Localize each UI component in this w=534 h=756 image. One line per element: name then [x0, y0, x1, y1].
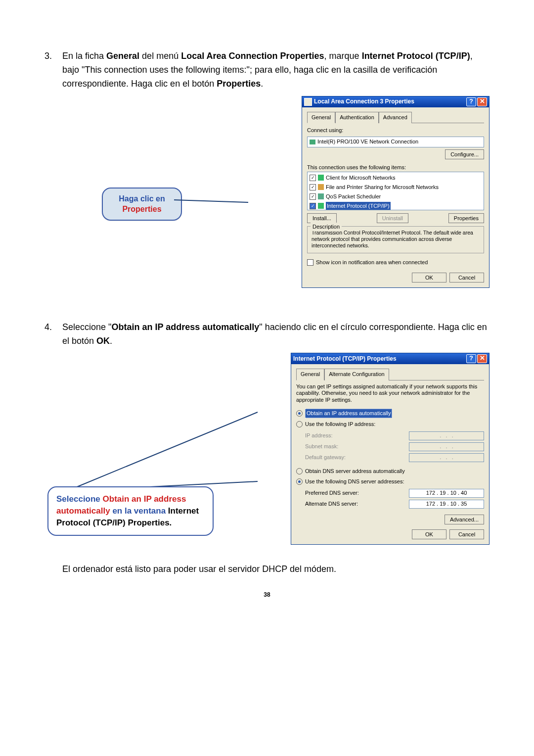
- closing-text: El ordenador está listo para poder usar …: [44, 563, 490, 576]
- window-icon: [304, 98, 312, 106]
- dialog-tcpip-properties: Internet Protocol (TCP/IP) Properties ? …: [291, 353, 490, 544]
- figure-2: Seleccione Obtain an IP address automati…: [62, 353, 490, 551]
- ip-address-field: . . .: [409, 431, 484, 440]
- checkbox-icon[interactable]: [310, 184, 316, 190]
- help-button[interactable]: ?: [466, 354, 476, 363]
- adapter-field: Intel(R) PRO/100 VE Network Connection: [307, 137, 484, 147]
- ok-button[interactable]: OK: [412, 273, 446, 283]
- tab-alt-config[interactable]: Alternate Configuration: [324, 369, 389, 380]
- tcpip-icon: [318, 203, 324, 209]
- radio-obtain-dns[interactable]: Obtain DNS server address automatically: [296, 466, 484, 476]
- tab-general[interactable]: General: [296, 369, 324, 380]
- radio-icon[interactable]: [296, 478, 303, 485]
- cancel-button[interactable]: Cancel: [449, 529, 484, 539]
- checkbox-icon[interactable]: [310, 193, 316, 200]
- callout-line2: Properties: [122, 205, 161, 213]
- dialog1-title: Local Area Connection 3 Properties: [314, 97, 414, 106]
- tab-advanced[interactable]: Advanced: [379, 112, 412, 123]
- configure-button[interactable]: Configure...: [445, 149, 484, 159]
- list-item[interactable]: Client for Microsoft Networks: [309, 173, 483, 183]
- description-group: Description Transmission Control Protoco…: [307, 226, 484, 253]
- network-adapter-icon: [310, 140, 315, 144]
- alt-dns-field[interactable]: 172 . 19 . 10 . 35: [409, 500, 484, 509]
- label-ip-address: IP address:: [305, 431, 332, 440]
- dialog2-tabs: General Alternate Configuration: [296, 368, 484, 380]
- dialog1-titlebar[interactable]: Local Area Connection 3 Properties ? ✕: [302, 96, 489, 107]
- radio-use-ip[interactable]: Use the following IP address:: [296, 419, 484, 429]
- radio-use-dns[interactable]: Use the following DNS server addresses:: [296, 476, 484, 487]
- connector-line-1: [174, 192, 250, 207]
- label-subnet: Subnet mask:: [305, 442, 338, 451]
- checkbox-icon[interactable]: [310, 175, 316, 181]
- show-icon-checkbox[interactable]: [307, 259, 313, 266]
- step-3-number: 3.: [44, 49, 52, 63]
- list-item[interactable]: File and Printer Sharing for Microsoft N…: [309, 183, 483, 192]
- dialog-lac-properties: Local Area Connection 3 Properties ? ✕ G…: [302, 96, 490, 288]
- step-4-number: 4.: [44, 321, 52, 334]
- svg-line-0: [174, 200, 248, 202]
- help-button[interactable]: ?: [466, 97, 476, 106]
- label-pref-dns: Preferred DNS server:: [305, 489, 359, 497]
- label-uses-items: This connection uses the following items…: [307, 163, 484, 172]
- uninstall-button: Uninstall: [377, 213, 408, 223]
- step-3: 3. En la ficha General del menú Local Ar…: [44, 49, 490, 309]
- svg-line-1: [72, 412, 258, 489]
- figure-1: Haga clic en Properties Local Area Conne…: [62, 96, 490, 309]
- pref-dns-field[interactable]: 172 . 19 . 10 . 40: [409, 489, 484, 498]
- qos-icon: [318, 193, 324, 199]
- intro-text: You can get IP settings assigned automat…: [296, 383, 484, 404]
- description-legend: Description: [311, 223, 342, 231]
- checkbox-icon[interactable]: [310, 203, 316, 209]
- description-text: Transmission Control Protocol/Internet P…: [312, 230, 480, 249]
- install-button[interactable]: Install...: [307, 213, 337, 223]
- ok-button[interactable]: OK: [412, 529, 446, 539]
- gateway-field: . . .: [409, 453, 484, 462]
- radio-icon[interactable]: [296, 410, 303, 417]
- callout-properties: Haga clic en Properties: [102, 188, 182, 221]
- close-button[interactable]: ✕: [477, 97, 487, 106]
- cancel-button[interactable]: Cancel: [449, 273, 484, 283]
- radio-obtain-ip[interactable]: Obtain an IP address automatically: [296, 408, 484, 419]
- connector-line-2: [47, 363, 260, 491]
- advanced-button[interactable]: Advanced...: [445, 515, 484, 524]
- tab-general[interactable]: General: [307, 112, 335, 123]
- label-alt-dns: Alternate DNS server:: [305, 500, 358, 508]
- file-share-icon: [318, 184, 324, 190]
- step-3-text: En la ficha General del menú Local Area …: [62, 51, 473, 89]
- adapter-name: Intel(R) PRO/100 VE Network Connection: [317, 138, 418, 146]
- client-icon: [318, 175, 324, 181]
- items-listbox[interactable]: Client for Microsoft Networks File and P…: [307, 172, 484, 210]
- properties-button[interactable]: Properties: [448, 213, 484, 223]
- radio-icon[interactable]: [296, 468, 303, 474]
- dialog2-titlebar[interactable]: Internet Protocol (TCP/IP) Properties ? …: [291, 353, 489, 364]
- dialog2-title: Internet Protocol (TCP/IP) Properties: [293, 354, 397, 364]
- callout-obtain-ip: Seleccione Obtain an IP address automati…: [47, 486, 214, 535]
- close-button[interactable]: ✕: [477, 354, 487, 363]
- step-4: 4. Seleccione "Obtain an IP address auto…: [44, 321, 490, 551]
- label-show-icon: Show icon in notification area when conn…: [316, 258, 428, 267]
- label-gateway: Default gateway:: [305, 453, 346, 462]
- list-item[interactable]: QoS Packet Scheduler: [309, 192, 483, 201]
- callout-line1: Haga clic en: [119, 194, 165, 203]
- subnet-field: . . .: [409, 442, 484, 451]
- tab-authentication[interactable]: Authentication: [335, 112, 379, 123]
- page-number: 38: [44, 591, 490, 598]
- step-4-text: Seleccione "Obtain an IP address automat…: [62, 322, 487, 346]
- label-connect-using: Connect using:: [307, 126, 484, 135]
- radio-icon[interactable]: [296, 421, 303, 427]
- dialog1-tabs: General Authentication Advanced: [307, 111, 484, 123]
- list-item-tcpip[interactable]: Internet Protocol (TCP/IP): [309, 201, 483, 210]
